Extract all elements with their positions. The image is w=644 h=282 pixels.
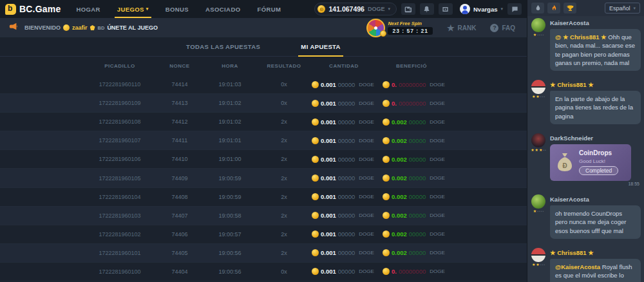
main-column: BC.Game HOGARJUEGOS▾BONUSASOCIADOFÓRUM Ð…: [0, 0, 527, 282]
chat-username[interactable]: ★ Chriss881 ★: [550, 81, 641, 88]
fire-button[interactable]: [547, 3, 560, 14]
avatar[interactable]: [531, 18, 545, 32]
star-rating: ★••••: [533, 33, 544, 37]
user-name: Nvargas: [473, 6, 498, 13]
amount-currency: DOGE: [359, 119, 374, 125]
cell-time: 19:01:02: [204, 100, 256, 106]
wallet-button[interactable]: [401, 3, 415, 15]
cell-nonce: 74405: [156, 250, 204, 256]
table-row[interactable]: 17222819601067441019:01:002x0.00100000DO…: [0, 150, 527, 169]
chat-username[interactable]: DarkSchneider: [550, 135, 641, 142]
faq-label: FAQ: [502, 24, 515, 32]
amount-rest: 00000: [338, 174, 355, 182]
balance-selector[interactable]: Ð 141.067496 DOGE ▾: [314, 3, 397, 15]
column-header-benef: BENEFICIÓ: [376, 63, 447, 69]
chat-toggle-button[interactable]: [507, 3, 522, 15]
cell-hash: 1722281960100: [84, 268, 156, 275]
coindrops-card[interactable]: ÐCoinDropsGood Luck!Completed: [550, 144, 631, 181]
chevron-down-icon: ▾: [633, 6, 636, 11]
amount-main: 0.001: [321, 81, 336, 88]
cell-hash: 1722281960103: [84, 212, 156, 219]
chat-username[interactable]: KaiserAcosta: [550, 19, 641, 26]
tab-todas-las-apuestas[interactable]: TODAS LAS APUESTAS: [184, 43, 263, 56]
chat-username[interactable]: KaiserAcosta: [550, 196, 641, 203]
cell-time: 19:00:56: [204, 268, 256, 275]
cell-profit: 0.00200000DOGE: [383, 137, 453, 144]
user-mention[interactable]: @ ★ Chriss881 ★: [555, 33, 607, 41]
nav-item-hogar[interactable]: HOGAR: [76, 0, 100, 18]
amount-currency: DOGE: [359, 156, 374, 162]
table-row[interactable]: 17222819601097441319:01:020x0.00100000DO…: [0, 94, 527, 113]
doge-coin-icon: Ð: [317, 5, 325, 13]
table-row[interactable]: 17222819601017440519:00:562x0.00100000DO…: [0, 244, 527, 263]
dot-icon: •: [537, 210, 538, 213]
cell-hash: 1722281960106: [84, 156, 156, 162]
chat-username[interactable]: ★ Chriss881 ★: [550, 249, 641, 256]
avatar[interactable]: [531, 133, 545, 147]
table-row[interactable]: 17222819601087441219:01:022x0.00100000DO…: [0, 113, 527, 131]
avatar[interactable]: [531, 80, 545, 94]
amount-currency: DOGE: [359, 268, 374, 274]
cell-nonce: 74408: [156, 194, 204, 200]
table-row[interactable]: 17222819601027440619:00:572x0.00100000DO…: [0, 225, 527, 244]
cell-amount: 0.00100000DOGE: [312, 81, 383, 88]
profit-currency: DOGE: [430, 156, 445, 162]
trophy-button[interactable]: [564, 3, 576, 14]
avatar[interactable]: [531, 194, 545, 209]
welcome-right-cluster: Next Free Spin 23 : 57 : 21 ★ RANK ? FAQ: [366, 18, 515, 37]
profit-main: 0.002: [392, 249, 407, 256]
doge-coin-icon: [312, 100, 319, 107]
star-rating: ★★★••: [531, 149, 546, 152]
table-row[interactable]: 17222819601077441119:01:012x0.00100000DO…: [0, 131, 527, 150]
column-header-nonce: NONCE: [156, 63, 204, 69]
cell-amount: 0.00100000DOGE: [312, 174, 383, 182]
table-row[interactable]: 17222819601107441419:01:030x0.00100000DO…: [0, 75, 527, 94]
cell-result: 2x: [256, 212, 312, 219]
amount-main: 0.001: [321, 249, 336, 256]
cell-profit: 0.00200000DOGE: [383, 193, 453, 200]
language-selector[interactable]: Español ▾: [605, 3, 640, 14]
bcgame-logo[interactable]: BC.Game: [5, 4, 61, 15]
dot-icon: •: [539, 210, 540, 213]
rank-label: RANK: [458, 24, 477, 32]
amount-rest: 00000: [338, 100, 355, 107]
profit-currency: DOGE: [430, 119, 445, 125]
vault-button[interactable]: [439, 3, 453, 15]
doge-coin-icon: [383, 100, 390, 107]
cell-nonce: 74404: [156, 268, 204, 275]
dot-icon: •: [542, 95, 544, 99]
nav-item-fórum[interactable]: FÓRUM: [257, 0, 281, 18]
user-menu[interactable]: Nvargas ▾: [460, 4, 503, 14]
profit-rest: 00000: [409, 193, 426, 200]
profit-main: 0.002: [392, 156, 407, 163]
table-row[interactable]: 17222819601037440719:00:582x0.00100000DO…: [0, 207, 527, 225]
chat-bubble: @ ★ Chriss881 ★ Ohh que bien, nada mal..…: [550, 29, 641, 71]
doge-coin-icon: [312, 212, 319, 219]
avatar[interactable]: [531, 248, 545, 262]
free-spin-widget[interactable]: Next Free Spin 23 : 57 : 21: [366, 19, 432, 37]
faq-link[interactable]: ? FAQ: [490, 24, 515, 32]
table-row[interactable]: 17222819601047440819:00:592x0.00100000DO…: [0, 188, 527, 207]
profit-rest: 00000: [409, 118, 426, 126]
rain-icon: [535, 5, 542, 12]
profit-main: 0.002: [392, 230, 407, 238]
profit-main: 0.: [392, 268, 397, 275]
user-mention[interactable]: @KaiserAcosta: [555, 263, 600, 270]
nav-item-juegos[interactable]: JUEGOS▾: [117, 0, 149, 18]
cell-time: 19:00:59: [204, 175, 256, 182]
cell-nonce: 74413: [156, 100, 204, 106]
cell-amount: 0.00100000DOGE: [312, 193, 383, 200]
welcome-prefix: BIENVENIDO: [24, 24, 61, 31]
cell-result: 2x: [256, 194, 312, 200]
notifications-button[interactable]: [420, 3, 434, 15]
rank-link[interactable]: ★ RANK: [447, 23, 477, 33]
tab-mi-apuesta[interactable]: MI APUESTA: [298, 43, 343, 56]
nav-item-asociado[interactable]: ASOCIADO: [205, 0, 240, 18]
coindrops-completed-button[interactable]: Completed: [579, 166, 618, 175]
table-row[interactable]: 17222819601007440419:00:560x0.00100000DO…: [0, 263, 527, 281]
announcement-text[interactable]: BIENVENIDO zaafir BD ÚNETE AL JUEGO: [24, 24, 158, 31]
nav-item-bonus[interactable]: BONUS: [166, 0, 189, 18]
balance-currency: DOGE: [368, 6, 385, 12]
table-row[interactable]: 17222819601057440919:00:592x0.00100000DO…: [0, 169, 527, 187]
rain-button[interactable]: [531, 3, 544, 14]
